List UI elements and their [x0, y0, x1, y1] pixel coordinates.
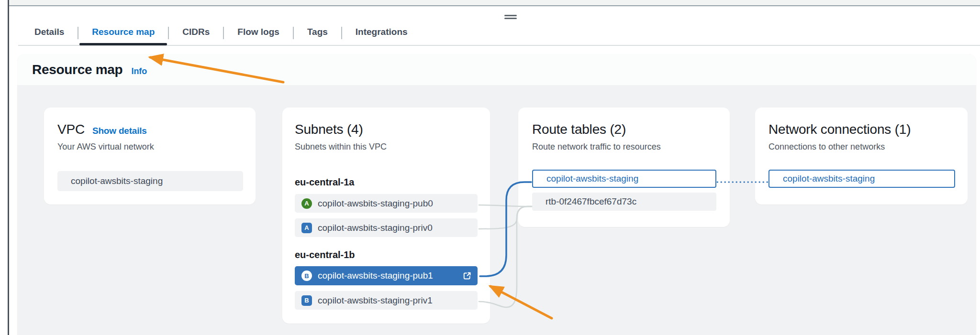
network-connection-item-highlighted[interactable]: copilot-awsbits-staging: [768, 170, 955, 188]
tab-cidrs[interactable]: CIDRs: [169, 23, 223, 43]
route-table-item-label: rtb-0f2467fbcef67d73c: [546, 196, 636, 207]
subnet-item-pub1-selected[interactable]: B copilot-awsbits-staging-pub1: [295, 266, 478, 285]
page-title: Resource map: [32, 62, 122, 77]
top-strip: [9, 0, 980, 6]
subnet-item-label: copilot-awsbits-staging-priv1: [318, 295, 433, 306]
subnet-type-badge: A: [301, 223, 312, 233]
network-connections-card: Network connections (1) Connections to o…: [755, 108, 968, 205]
network-connection-item-label: copilot-awsbits-staging: [783, 173, 875, 184]
subnets-card-subtitle: Subnets within this VPC: [295, 142, 478, 152]
subnets-card: Subnets (4) Subnets within this VPC eu-c…: [282, 108, 490, 324]
subnet-item-pub0[interactable]: A copilot-awsbits-staging-pub0: [295, 194, 478, 213]
show-details-link[interactable]: Show details: [92, 126, 147, 136]
route-table-item-label: copilot-awsbits-staging: [546, 173, 638, 184]
route-tables-card-title: Route tables (2): [532, 122, 626, 137]
vpc-item[interactable]: copilot-awsbits-staging: [57, 171, 243, 191]
subnet-item-label: copilot-awsbits-staging-pub0: [318, 198, 433, 209]
vpc-card: VPC Show details Your AWS virtual networ…: [44, 108, 256, 205]
split-drag-handle[interactable]: [504, 15, 517, 21]
route-table-item[interactable]: rtb-0f2467fbcef67d73c: [532, 193, 716, 211]
vpc-card-title: VPC: [57, 122, 85, 137]
tab-integrations[interactable]: Integrations: [342, 23, 421, 43]
subnet-type-badge: B: [301, 270, 312, 281]
network-connections-card-title: Network connections (1): [768, 122, 911, 137]
vpc-card-subtitle: Your AWS virtual network: [57, 142, 243, 152]
route-tables-card: Route tables (2) Route network traffic t…: [518, 108, 730, 227]
pane-divider[interactable]: [8, 0, 9, 335]
tab-details[interactable]: Details: [21, 23, 78, 43]
resource-map-panel: Resource map Info VPC Show details Your …: [17, 54, 976, 335]
subnet-item-label: copilot-awsbits-staging-priv0: [318, 223, 433, 233]
detail-tabs: Details Resource map CIDRs Flow logs Tag…: [21, 23, 421, 43]
subnet-type-badge: A: [301, 198, 312, 209]
subnet-type-badge: B: [301, 295, 312, 306]
subnets-card-title: Subnets (4): [295, 122, 363, 137]
resource-map-header: Resource map Info: [17, 54, 976, 85]
az-group-header: eu-central-1b: [295, 249, 478, 260]
route-tables-card-subtitle: Route network traffic to resources: [532, 142, 716, 152]
info-link[interactable]: Info: [131, 66, 147, 76]
tab-flow-logs[interactable]: Flow logs: [224, 23, 293, 43]
vpc-details-screen: Details Resource map CIDRs Flow logs Tag…: [0, 0, 980, 335]
vpc-item-label: copilot-awsbits-staging: [71, 176, 163, 186]
subnet-item-label: copilot-awsbits-staging-pub1: [318, 270, 433, 281]
tab-resource-map[interactable]: Resource map: [78, 23, 168, 43]
network-connections-card-subtitle: Connections to other networks: [768, 142, 955, 152]
az-group-header: eu-central-1a: [295, 177, 478, 188]
tab-tags[interactable]: Tags: [294, 23, 341, 43]
subnet-item-priv0[interactable]: A copilot-awsbits-staging-priv0: [295, 218, 478, 237]
open-subnet-external-link-icon[interactable]: [462, 271, 472, 281]
route-table-item-highlighted[interactable]: copilot-awsbits-staging: [532, 170, 716, 188]
subnet-item-priv1[interactable]: B copilot-awsbits-staging-priv1: [295, 291, 478, 310]
